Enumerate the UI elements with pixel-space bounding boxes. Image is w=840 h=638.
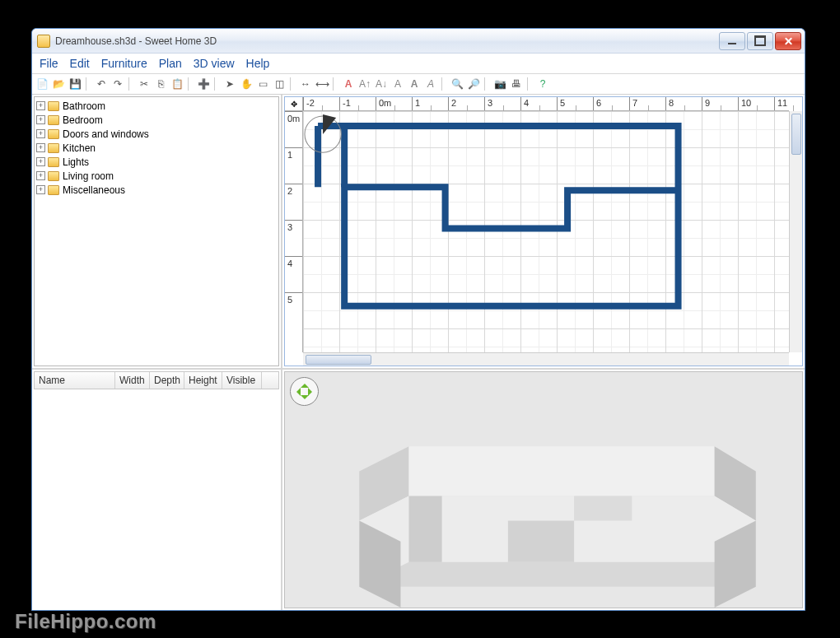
menu-file[interactable]: File: [35, 55, 63, 72]
ruler-tick: 7: [629, 97, 665, 110]
ruler-tick: 9: [702, 97, 738, 110]
menu-plan[interactable]: Plan: [154, 55, 187, 72]
tree-item-label: Bedroom: [63, 114, 103, 126]
tree-item[interactable]: Living room: [36, 169, 277, 183]
tree-item[interactable]: Lights: [36, 155, 277, 169]
tree-item[interactable]: Bedroom: [36, 113, 277, 127]
close-button[interactable]: [775, 32, 801, 50]
scrollbar-thumb[interactable]: [306, 355, 371, 365]
arrow-up-icon[interactable]: [301, 380, 309, 388]
paste-icon[interactable]: 📋: [170, 77, 184, 91]
view-3d-pane[interactable]: [284, 371, 803, 608]
ruler-tick: 3: [285, 220, 302, 256]
app-icon: [37, 35, 50, 48]
add-furniture-icon[interactable]: ➕: [196, 77, 211, 91]
titlebar[interactable]: Dreamhouse.sh3d - Sweet Home 3D: [32, 29, 805, 54]
top-split: BathroomBedroomDoors and windowsKitchenL…: [32, 95, 805, 368]
floor-plan-walls[interactable]: [303, 111, 789, 354]
table-header-cell[interactable]: Name: [35, 372, 115, 389]
tree-item[interactable]: Kitchen: [36, 141, 277, 155]
print-icon[interactable]: 🖶: [509, 77, 524, 91]
tree-item[interactable]: Bathroom: [36, 99, 277, 113]
text-icon[interactable]: A: [341, 77, 356, 91]
text-size-down-icon[interactable]: A↓: [374, 77, 389, 91]
menu-3dview[interactable]: 3D view: [189, 55, 240, 72]
ruler-tick: 5: [557, 97, 593, 110]
scrollbar-vertical[interactable]: [789, 111, 802, 352]
expand-icon[interactable]: [36, 129, 45, 138]
walls-icon[interactable]: ▭: [255, 77, 270, 91]
arrow-right-icon[interactable]: [308, 388, 316, 396]
arrow-down-icon[interactable]: [301, 395, 309, 403]
watermark: FileHippo.com: [15, 610, 156, 633]
redo-icon[interactable]: ↷: [110, 77, 125, 91]
pan-icon[interactable]: ✋: [239, 77, 254, 91]
ruler-tick: 4: [285, 256, 302, 292]
select-icon[interactable]: ➤: [222, 77, 237, 91]
nav-compass-icon[interactable]: [290, 377, 319, 406]
dim-icon[interactable]: ↔: [298, 77, 313, 91]
table-header-cell[interactable]: Height: [184, 372, 222, 389]
expand-icon[interactable]: [36, 185, 45, 194]
save-icon[interactable]: 💾: [68, 77, 82, 91]
scrollbar-horizontal[interactable]: [303, 352, 789, 366]
text-italic-icon[interactable]: A: [423, 77, 438, 91]
plan-view[interactable]: ✥ -2-10m1234567891011 0m12345: [284, 96, 803, 366]
svg-marker-5: [359, 562, 756, 587]
folder-icon: [48, 143, 59, 153]
view-3d-model[interactable]: [285, 372, 802, 617]
ruler-tick: 4: [520, 97, 557, 110]
ruler-tick: 11: [774, 97, 803, 110]
ruler-tick: 1: [412, 97, 448, 110]
tree-item-label: Kitchen: [63, 142, 96, 154]
arrow-left-icon[interactable]: [292, 388, 301, 396]
tree-item[interactable]: Doors and windows: [36, 127, 277, 141]
menu-furniture[interactable]: Furniture: [96, 55, 152, 72]
separator: [86, 77, 91, 91]
help-icon[interactable]: ?: [535, 77, 550, 91]
expand-icon[interactable]: [36, 171, 45, 180]
table-header-cell[interactable]: Depth: [150, 372, 184, 389]
new-icon[interactable]: 📄: [35, 77, 49, 91]
expand-icon[interactable]: [36, 157, 45, 166]
tree-item[interactable]: Miscellaneous: [36, 183, 277, 197]
tree-item-label: Miscellaneous: [63, 184, 125, 196]
text-size-up-icon[interactable]: A↑: [357, 77, 372, 91]
minimize-button[interactable]: [719, 32, 745, 50]
ruler-vertical: 0m12345: [285, 111, 303, 352]
folder-icon: [48, 185, 59, 195]
separator: [128, 77, 133, 91]
tree-item-label: Doors and windows: [63, 128, 149, 140]
menubar: File Edit Furniture Plan 3D view Help: [32, 54, 805, 74]
expand-icon[interactable]: [36, 143, 45, 152]
zoom-out-icon[interactable]: 🔎: [466, 77, 481, 91]
menu-edit[interactable]: Edit: [65, 55, 95, 72]
tree-item-label: Living room: [63, 170, 114, 182]
cut-icon[interactable]: ✂: [137, 77, 152, 91]
expand-icon[interactable]: [36, 115, 45, 124]
room-icon[interactable]: ◫: [272, 77, 287, 91]
open-icon[interactable]: 📂: [51, 77, 66, 91]
menu-help[interactable]: Help: [241, 55, 275, 72]
ruler-tick: 2: [448, 97, 484, 110]
zoom-in-icon[interactable]: 🔍: [450, 77, 464, 91]
table-header-cell[interactable]: Width: [115, 372, 150, 389]
ruler-tick: 5: [285, 292, 302, 328]
text-color-icon[interactable]: A: [390, 77, 405, 91]
table-header-cell[interactable]: Visible: [222, 372, 262, 389]
separator: [527, 77, 532, 91]
ruler-origin-icon[interactable]: ✥: [285, 97, 303, 111]
expand-icon[interactable]: [36, 101, 45, 110]
camera-icon[interactable]: 📷: [492, 77, 507, 91]
ruler-tick: -2: [303, 97, 339, 110]
tree-item-label: Bathroom: [63, 100, 105, 112]
scrollbar-thumb[interactable]: [791, 114, 801, 155]
text-bold-icon[interactable]: A: [407, 77, 422, 91]
maximize-button[interactable]: [747, 32, 773, 50]
undo-icon[interactable]: ↶: [94, 77, 109, 91]
separator: [290, 77, 295, 91]
copy-icon[interactable]: ⎘: [153, 77, 168, 91]
dim2-icon[interactable]: ⟷: [315, 77, 329, 91]
window-title: Dreamhouse.sh3d - Sweet Home 3D: [55, 35, 719, 47]
furniture-tree[interactable]: BathroomBedroomDoors and windowsKitchenL…: [34, 96, 279, 366]
